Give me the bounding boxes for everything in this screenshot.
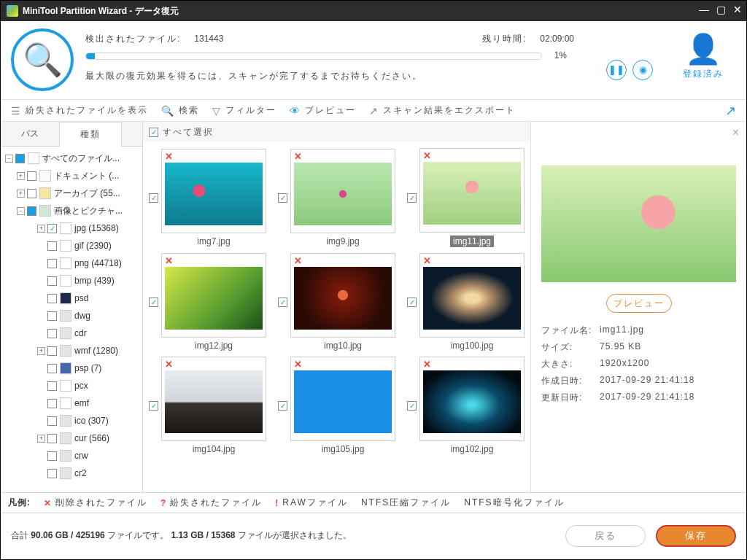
thumb-checkbox[interactable] [278, 298, 287, 307]
thumb-checkbox[interactable] [149, 298, 158, 307]
tree-node[interactable]: +jpg (15368) [2, 219, 141, 237]
pause-button[interactable]: ❚❚ [606, 60, 627, 80]
expand-icon[interactable] [37, 452, 45, 460]
expand-icon[interactable] [37, 417, 45, 425]
expand-icon[interactable]: - [5, 155, 13, 163]
expand-icon[interactable]: + [17, 190, 25, 198]
expand-icon[interactable] [37, 400, 45, 408]
thumbnail-item[interactable]: ✕img12.jpg [161, 253, 266, 351]
thumb-checkbox[interactable] [407, 193, 417, 203]
expand-icon[interactable]: + [37, 435, 45, 443]
tree-label: psd [74, 293, 88, 303]
thumbnail-image [423, 370, 521, 433]
thumbnail-item[interactable]: ✕img102.jpg [419, 357, 525, 454]
expand-icon[interactable]: - [17, 207, 25, 215]
thumb-checkbox[interactable] [407, 298, 417, 307]
expand-icon[interactable] [37, 470, 45, 478]
file-type-icon [28, 152, 39, 164]
tree-checkbox[interactable] [27, 189, 36, 198]
select-all-checkbox[interactable] [149, 128, 158, 137]
thumbnail-item[interactable]: ✕img104.jpg [161, 357, 266, 454]
thumbnail-item[interactable]: ✕img7.jpg [161, 149, 266, 246]
thumbnail-item[interactable]: ✕img9.jpg [290, 149, 395, 246]
tree-checkbox[interactable] [47, 399, 57, 408]
tree-checkbox[interactable] [47, 224, 57, 233]
tree-checkbox[interactable] [47, 311, 57, 321]
tree-node[interactable]: psp (7) [2, 359, 141, 377]
tree-checkbox[interactable] [47, 259, 57, 268]
thumb-checkbox[interactable] [407, 401, 417, 411]
minimize-button[interactable]: — [699, 4, 709, 15]
tree-node[interactable]: -画像とピクチャ... [2, 202, 141, 219]
tree-checkbox[interactable] [47, 364, 57, 373]
thumb-checkbox[interactable] [278, 401, 287, 411]
expand-icon[interactable] [37, 242, 45, 250]
tree-checkbox[interactable] [47, 381, 57, 391]
tree-checkbox[interactable] [47, 276, 57, 286]
thumbnail-image [165, 267, 263, 330]
tree-node[interactable]: ico (307) [2, 412, 141, 429]
tree-checkbox[interactable] [47, 329, 57, 338]
tree-node[interactable]: psd [2, 289, 141, 307]
expand-icon[interactable] [37, 365, 45, 373]
close-button[interactable]: ✕ [733, 4, 742, 15]
tree-node[interactable]: +アーカイブ (55... [2, 184, 141, 202]
tree-node[interactable]: pcx [2, 377, 141, 394]
tree-checkbox[interactable] [47, 434, 57, 443]
stop-button[interactable]: ◉ [632, 60, 653, 80]
tree-node[interactable]: dwg [2, 307, 141, 324]
filter-button[interactable]: ▽フィルター [212, 104, 276, 117]
tree-node[interactable]: +ドキュメント (... [2, 167, 141, 184]
expand-icon[interactable]: + [37, 225, 45, 233]
maximize-button[interactable]: ▢ [716, 4, 726, 15]
thumbnail-item[interactable]: ✕img11.jpg [419, 148, 525, 247]
tree-node[interactable]: cr2 [2, 464, 141, 482]
thumb-checkbox[interactable] [149, 401, 158, 411]
expand-icon[interactable] [37, 330, 45, 338]
tree-checkbox[interactable] [47, 241, 57, 251]
tree-node[interactable]: -すべてのファイル... [2, 149, 141, 167]
tree-node[interactable]: crw [2, 447, 141, 464]
search-button[interactable]: 🔍検索 [161, 104, 199, 117]
tree-label: アーカイブ (55... [54, 187, 120, 200]
tree-node[interactable]: emf [2, 394, 141, 412]
tree-checkbox[interactable] [47, 451, 57, 461]
thumb-checkbox[interactable] [278, 193, 287, 203]
back-button[interactable]: 戻る [565, 525, 646, 547]
thumbnail-item[interactable]: ✕img10.jpg [290, 253, 395, 351]
scan-description: 最大限の復元効果を得るには、スキャンが完了するまでお待ちください。 [85, 70, 574, 82]
expand-icon[interactable] [37, 277, 45, 285]
tree-checkbox[interactable] [27, 206, 36, 216]
preview-toggle-button[interactable]: 👁プレビュー [290, 104, 356, 117]
tree-node[interactable]: +cur (566) [2, 429, 141, 447]
tree-node[interactable]: png (44718) [2, 254, 141, 272]
expand-icon[interactable] [37, 382, 45, 390]
close-preview-icon[interactable]: × [732, 126, 739, 139]
tab-path[interactable]: パス [1, 122, 59, 146]
tree-checkbox[interactable] [47, 469, 57, 478]
show-lost-button[interactable]: ☰紛失されたファイルを表示 [11, 104, 148, 117]
expand-icon[interactable]: + [17, 172, 25, 180]
preview-button[interactable]: プレビュー [606, 294, 672, 313]
user-label[interactable]: 登録済み [670, 68, 736, 80]
save-button[interactable]: 保存 [656, 525, 736, 547]
thumbnail-item[interactable]: ✕img105.jpg [290, 357, 395, 454]
tree-checkbox[interactable] [47, 294, 57, 303]
tree-node[interactable]: bmp (439) [2, 272, 141, 289]
expand-icon[interactable] [37, 260, 45, 268]
tree-checkbox[interactable] [15, 154, 25, 163]
expand-icon[interactable]: + [37, 347, 45, 355]
thumbnail-item[interactable]: ✕img100.jpg [419, 253, 525, 351]
tree-node[interactable]: gif (2390) [2, 237, 141, 254]
export-button[interactable]: ↗スキャン結果をエクスポート [369, 104, 516, 117]
share-icon[interactable]: ↗ [725, 103, 736, 119]
tree-checkbox[interactable] [47, 346, 57, 356]
tree-node[interactable]: +wmf (1280) [2, 342, 141, 359]
tree-checkbox[interactable] [47, 416, 57, 426]
expand-icon[interactable] [37, 312, 45, 320]
expand-icon[interactable] [37, 295, 45, 303]
thumb-checkbox[interactable] [149, 193, 158, 203]
tree-checkbox[interactable] [27, 171, 36, 181]
tab-type[interactable]: 種類 [59, 122, 122, 147]
tree-node[interactable]: cdr [2, 324, 141, 342]
